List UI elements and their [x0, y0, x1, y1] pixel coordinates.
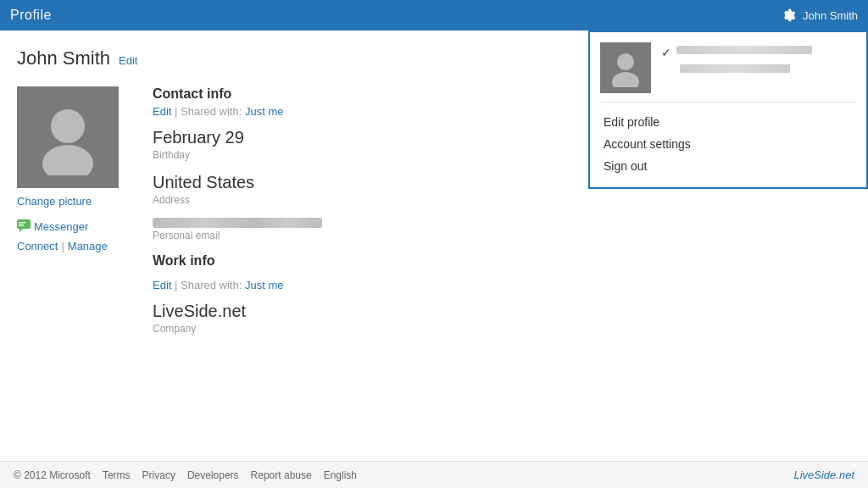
svg-point-1 [612, 72, 639, 87]
header-user-button[interactable]: John Smith [779, 7, 858, 24]
page-title: John Smith [17, 47, 110, 69]
header-title: Profile [10, 8, 52, 23]
svg-rect-7 [19, 225, 24, 226]
report-abuse-link[interactable]: Report abuse [251, 469, 312, 481]
messenger-label: Messenger [34, 220, 88, 233]
email-label: Personal email [153, 230, 868, 241]
company-value: LiveSide.net [153, 302, 868, 321]
work-edit-link[interactable]: Edit [153, 279, 171, 291]
dropdown-avatar [600, 42, 651, 93]
profile-avatar [17, 86, 119, 188]
svg-point-2 [51, 109, 85, 143]
avatar-svg [30, 99, 106, 175]
svg-point-3 [42, 145, 93, 175]
work-shared-label: Shared with: [181, 279, 242, 291]
shared-with-label: Shared with: [181, 105, 242, 118]
developers-link[interactable]: Developers [187, 469, 239, 481]
sign-out-menu-item[interactable]: Sign out [604, 155, 856, 177]
header: Profile John Smith [0, 0, 868, 30]
dropdown-email-blurred [676, 46, 812, 54]
dropdown-name-blurred [680, 64, 790, 73]
copyright: © 2012 Microsoft [14, 469, 91, 481]
svg-point-0 [617, 53, 634, 70]
manage-link[interactable]: Manage [68, 240, 108, 252]
change-picture-link[interactable]: Change picture [17, 195, 92, 208]
svg-marker-5 [19, 229, 23, 232]
work-shared-who-link[interactable]: Just me [245, 279, 284, 291]
header-username: John Smith [803, 9, 858, 22]
dropdown-user-info: ✓ [661, 42, 856, 78]
connect-link[interactable]: Connect [17, 240, 58, 252]
svg-rect-4 [17, 219, 31, 229]
dropdown-avatar-svg [606, 48, 645, 87]
address-label: Address [153, 194, 868, 206]
footer: © 2012 Microsoft Terms Privacy Developer… [0, 461, 868, 488]
account-settings-menu-item[interactable]: Account settings [604, 133, 856, 155]
edit-profile-menu-item[interactable]: Edit profile [604, 111, 856, 133]
contact-shared-who-link[interactable]: Just me [245, 105, 284, 118]
work-info-meta: Edit | Shared with: Just me [153, 279, 868, 291]
gear-icon [779, 7, 796, 24]
checkmark-icon: ✓ [661, 46, 671, 59]
connect-manage-row: Connect | Manage [17, 240, 108, 252]
work-info-title: Work info [153, 253, 868, 269]
svg-rect-6 [19, 222, 25, 224]
messenger-icon [17, 219, 31, 233]
pipe2: | [175, 279, 181, 291]
terms-link[interactable]: Terms [103, 469, 131, 481]
contact-edit-link[interactable]: Edit [153, 105, 171, 118]
dropdown-header: ✓ [600, 42, 856, 103]
company-label: Company [153, 323, 868, 335]
user-dropdown-menu: ✓ Edit profile Account settings Sign out [588, 30, 868, 189]
dropdown-menu-items: Edit profile Account settings Sign out [600, 111, 856, 177]
footer-watermark: LiveSide.net [793, 469, 854, 481]
profile-edit-link[interactable]: Edit [119, 54, 137, 67]
pipe-divider: | [61, 240, 64, 252]
privacy-link[interactable]: Privacy [142, 469, 175, 481]
pipe1: | [175, 105, 181, 118]
left-column: Change picture Messenger Connect | Manag… [17, 86, 119, 347]
footer-left: © 2012 Microsoft Terms Privacy Developer… [14, 469, 357, 481]
email-blurred [153, 218, 322, 228]
language-link[interactable]: English [324, 469, 357, 481]
messenger-link[interactable]: Messenger [17, 219, 88, 233]
